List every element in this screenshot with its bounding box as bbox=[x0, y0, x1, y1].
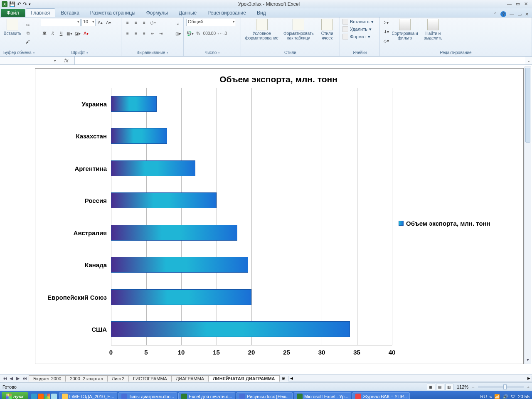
align-center-icon[interactable]: ≡ bbox=[132, 30, 140, 37]
format-cells-button[interactable]: Формат ▾ bbox=[342, 34, 370, 39]
align-middle-icon[interactable]: ≡ bbox=[132, 19, 140, 26]
autosum-icon[interactable]: Σ▾ bbox=[382, 19, 390, 26]
insert-function-button[interactable]: fx bbox=[58, 57, 75, 64]
clear-icon[interactable]: ◇▾ bbox=[382, 37, 390, 44]
delete-cells-button[interactable]: Удалить ▾ bbox=[342, 26, 372, 32]
tray-arrow-icon[interactable]: « bbox=[489, 394, 492, 399]
hscroll-left-icon[interactable]: ◀ bbox=[289, 376, 295, 380]
tab-home[interactable]: Главная bbox=[26, 8, 56, 17]
font-launcher-icon[interactable]: ▫ bbox=[86, 51, 88, 55]
cut-icon[interactable]: ✂ bbox=[24, 21, 32, 29]
new-sheet-icon[interactable]: ⊕ bbox=[281, 376, 285, 381]
taskbar-item[interactable]: Microsoft Excel - Ур... bbox=[294, 392, 351, 399]
alignment-launcher-icon[interactable]: ▫ bbox=[167, 51, 168, 55]
expand-formula-bar-icon[interactable]: ⌄ bbox=[525, 57, 532, 64]
page-layout-view-button[interactable]: ▤ bbox=[436, 384, 444, 390]
sheet-nav-first-icon[interactable]: ⏮ bbox=[2, 376, 7, 381]
italic-button[interactable]: К bbox=[49, 30, 57, 37]
borders-icon[interactable]: ▦▾ bbox=[66, 30, 73, 37]
number-format-combo[interactable]: Общий bbox=[186, 19, 236, 26]
taskbar-item[interactable]: Типы диаграмм.doc... bbox=[118, 392, 177, 399]
sheet-tab[interactable]: 2000_2 квартал bbox=[65, 375, 108, 382]
restore-icon[interactable]: ▭ bbox=[516, 1, 520, 7]
orientation-icon[interactable]: ⭯▾ bbox=[149, 19, 156, 26]
zoom-in-button[interactable]: + bbox=[527, 384, 530, 389]
show-desktop-icon[interactable] bbox=[51, 394, 57, 399]
format-painter-icon[interactable]: 🖌 bbox=[24, 38, 32, 45]
align-left-icon[interactable]: ≡ bbox=[124, 30, 131, 37]
paste-button[interactable]: Вставить bbox=[2, 19, 22, 36]
horizontal-scrollbar[interactable]: ◀ ▶ bbox=[288, 376, 532, 382]
sheet-nav-next-icon[interactable]: ▶ bbox=[15, 376, 21, 381]
insert-cells-button[interactable]: Вставить ▾ bbox=[342, 19, 374, 25]
ie-icon[interactable] bbox=[31, 394, 37, 399]
sheet-tab[interactable]: ГИСТОГРАММА bbox=[128, 375, 172, 382]
increase-decimal-icon[interactable]: .00→ bbox=[211, 30, 219, 37]
page-break-view-button[interactable]: ▥ bbox=[445, 384, 453, 390]
start-button[interactable]: пуск bbox=[2, 392, 28, 399]
zoom-slider[interactable] bbox=[478, 386, 524, 388]
font-size-combo[interactable]: 10 bbox=[81, 19, 96, 26]
zoom-level[interactable]: 112% bbox=[457, 384, 468, 389]
clock[interactable]: 20:55 bbox=[518, 394, 530, 399]
tab-file[interactable]: Файл bbox=[1, 9, 25, 17]
increase-indent-icon[interactable]: ⇥ bbox=[157, 30, 165, 37]
name-box[interactable]: ▾ bbox=[0, 57, 58, 64]
clipboard-launcher-icon[interactable]: ▫ bbox=[33, 51, 34, 55]
minimize-icon[interactable]: — bbox=[507, 1, 512, 7]
fill-color-icon[interactable]: ◪▾ bbox=[74, 30, 81, 37]
bold-button[interactable]: Ж bbox=[41, 30, 48, 37]
comma-format-icon[interactable]: 000 bbox=[203, 30, 210, 37]
name-box-dropdown-icon[interactable]: ▾ bbox=[54, 59, 56, 63]
format-as-table-button[interactable]: Форматировать как таблицу bbox=[282, 19, 316, 40]
sheet-nav-last-icon[interactable]: ⏭ bbox=[22, 376, 27, 381]
tray-shield-icon[interactable]: 🛡 bbox=[511, 394, 515, 399]
accounting-format-icon[interactable]: 💱▾ bbox=[186, 30, 194, 37]
workbook-close-icon[interactable]: ✕ bbox=[525, 12, 529, 17]
taskbar-item[interactable]: Журнал ВАК :: УПР... bbox=[352, 392, 409, 399]
tray-volume-icon[interactable]: 🔊 bbox=[502, 394, 508, 399]
scroll-thumb[interactable] bbox=[525, 68, 530, 143]
sheet-tab[interactable]: Лист2 bbox=[107, 375, 129, 382]
fill-icon[interactable]: ⬇▾ bbox=[382, 28, 390, 35]
chart-object[interactable]: Объем экспорта, млн. тонн УкраинаКазахст… bbox=[35, 68, 524, 364]
tab-review[interactable]: Рецензирование bbox=[202, 8, 251, 17]
cell-styles-button[interactable]: Стили ячеек bbox=[317, 19, 337, 40]
sheet-tab[interactable]: Бюджет 2000 bbox=[29, 375, 66, 382]
redo-icon[interactable]: ↷ bbox=[23, 1, 27, 7]
sheet-tab[interactable]: ЛИНЕЙЧАТАЯ ДИАГРАММА bbox=[208, 375, 279, 382]
workbook-minimize-icon[interactable]: — bbox=[510, 12, 514, 17]
decrease-decimal-icon[interactable]: ←.0 bbox=[219, 30, 227, 37]
tab-data[interactable]: Данные bbox=[173, 8, 202, 17]
font-color-icon[interactable]: A▾ bbox=[82, 30, 90, 37]
tab-insert[interactable]: Вставка bbox=[55, 8, 85, 17]
zoom-thumb[interactable] bbox=[503, 384, 507, 389]
tab-formulas[interactable]: Формулы bbox=[141, 8, 173, 17]
taskbar-item[interactable]: Рисунки.docx [Реж... bbox=[236, 392, 293, 399]
decrease-font-icon[interactable]: A▾ bbox=[105, 19, 112, 26]
find-select-button[interactable]: Найти и выделить bbox=[420, 19, 446, 40]
font-name-combo[interactable] bbox=[41, 19, 81, 26]
sheet-tab[interactable]: ДИАГРАММА bbox=[171, 375, 209, 382]
scroll-down-icon[interactable]: ▼ bbox=[525, 358, 531, 364]
merge-center-button[interactable]: ⊞▾ bbox=[174, 30, 182, 37]
close-icon[interactable]: ✕ bbox=[524, 1, 528, 7]
zoom-out-button[interactable]: − bbox=[472, 384, 474, 389]
tray-network-icon[interactable]: 📶 bbox=[494, 394, 500, 399]
normal-view-button[interactable]: ▦ bbox=[427, 384, 435, 390]
tab-view[interactable]: Вид bbox=[251, 8, 271, 17]
undo-icon[interactable]: ↶ bbox=[17, 1, 21, 7]
vertical-scrollbar[interactable]: ▲ ▼ bbox=[525, 66, 531, 364]
minimize-ribbon-icon[interactable]: ⌃ bbox=[493, 12, 497, 17]
align-right-icon[interactable]: ≡ bbox=[140, 30, 148, 37]
taskbar-item[interactable]: I:\МЕТОДА_2010_E... bbox=[59, 392, 117, 399]
percent-format-icon[interactable]: % bbox=[195, 30, 202, 37]
taskbar-item[interactable]: Excel для печати.d... bbox=[178, 392, 235, 399]
sort-filter-button[interactable]: Сортировка и фильтр bbox=[392, 19, 418, 40]
formula-input[interactable] bbox=[75, 57, 525, 64]
underline-button[interactable]: Ч bbox=[57, 30, 65, 37]
decrease-indent-icon[interactable]: ⇤ bbox=[149, 30, 156, 37]
increase-font-icon[interactable]: A▴ bbox=[96, 19, 104, 26]
chrome-icon[interactable] bbox=[44, 394, 50, 399]
tab-page-layout[interactable]: Разметка страницы bbox=[85, 8, 141, 17]
